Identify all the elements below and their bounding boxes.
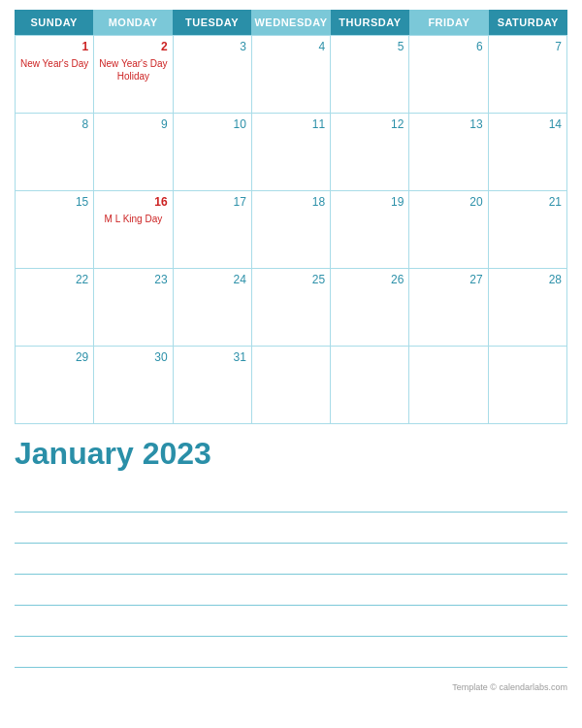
cell-date: 4: [257, 40, 325, 53]
cell-date: 11: [257, 117, 325, 131]
cell-date: 2: [99, 40, 167, 53]
note-line: [15, 610, 567, 637]
cell-date: 5: [336, 40, 404, 53]
calendar-cell-27: 27: [409, 269, 488, 347]
below-calendar: January 2023: [0, 424, 582, 677]
calendar-cell-13: 13: [409, 114, 488, 191]
calendar-cell-12: 12: [331, 114, 409, 191]
cell-event: New Year's Day Holiday: [99, 57, 167, 83]
calendar-cell-8: 8: [16, 114, 94, 191]
note-line: [15, 485, 567, 513]
cell-date: 23: [99, 273, 167, 286]
cell-date: 21: [494, 195, 562, 209]
cell-date: 6: [414, 40, 482, 53]
cell-event: New Year's Day: [20, 57, 88, 70]
calendar-cell-21: 21: [489, 191, 567, 269]
calendar-cell-22: 22: [16, 269, 94, 347]
header-day-saturday: SATURDAY: [489, 10, 567, 35]
cell-date: 8: [20, 117, 88, 131]
header-day-thursday: THURSDAY: [331, 10, 409, 35]
header-day-tuesday: TUESDAY: [173, 10, 251, 35]
calendar-cell-4: 4: [252, 36, 331, 114]
calendar-cell-30: 30: [94, 347, 173, 424]
cell-date: 26: [336, 273, 404, 286]
calendar-cell-11: 11: [252, 114, 331, 191]
calendar-cell-23: 23: [94, 269, 173, 347]
calendar-cell-empty: [489, 347, 567, 424]
calendar-cell-empty: [252, 347, 331, 424]
calendar-cell-1: 1New Year's Day: [16, 36, 94, 114]
calendar-cell-28: 28: [489, 269, 567, 347]
note-lines: [15, 485, 567, 668]
calendar-header: SUNDAYMONDAYTUESDAYWEDNESDAYTHURSDAYFRID…: [15, 10, 567, 35]
cell-date: 16: [99, 195, 167, 209]
cell-date: 19: [336, 195, 404, 209]
note-line: [15, 641, 567, 668]
cell-event: M L King Day: [99, 213, 167, 225]
cell-date: 18: [257, 195, 325, 209]
calendar-cell-26: 26: [331, 269, 409, 347]
calendar-cell-19: 19: [331, 191, 409, 269]
calendar-grid: 1New Year's Day2New Year's Day Holiday34…: [15, 35, 567, 424]
calendar-cell-14: 14: [489, 114, 567, 191]
calendar-cell-7: 7: [489, 36, 567, 114]
calendar-cell-6: 6: [409, 36, 488, 114]
cell-date: 27: [414, 273, 482, 286]
calendar-cell-29: 29: [16, 347, 94, 424]
header-day-friday: FRIDAY: [409, 10, 488, 35]
calendar-cell-5: 5: [331, 36, 409, 114]
calendar-cell-16: 16M L King Day: [94, 191, 173, 269]
calendar-wrapper: SUNDAYMONDAYTUESDAYWEDNESDAYTHURSDAYFRID…: [0, 0, 582, 424]
calendar-cell-15: 15: [16, 191, 94, 269]
calendar-cell-20: 20: [409, 191, 488, 269]
cell-date: 14: [494, 117, 562, 131]
cell-date: 20: [414, 195, 482, 209]
header-day-sunday: SUNDAY: [15, 10, 93, 35]
calendar-cell-3: 3: [174, 36, 252, 114]
header-day-monday: MONDAY: [93, 10, 172, 35]
calendar-cell-2: 2New Year's Day Holiday: [94, 36, 173, 114]
cell-date: 12: [336, 117, 404, 131]
cell-date: 10: [178, 117, 246, 131]
cell-date: 30: [99, 350, 167, 364]
calendar-cell-empty: [409, 347, 488, 424]
cell-date: 13: [414, 117, 482, 131]
cell-date: 17: [178, 195, 246, 209]
note-line: [15, 547, 567, 575]
calendar-cell-24: 24: [174, 269, 252, 347]
calendar-cell-9: 9: [94, 114, 173, 191]
cell-date: 1: [20, 40, 88, 53]
calendar-cell-empty: [331, 347, 409, 424]
calendar-cell-18: 18: [252, 191, 331, 269]
calendar-cell-17: 17: [174, 191, 252, 269]
month-title: January 2023: [15, 436, 567, 472]
cell-date: 7: [494, 40, 562, 53]
cell-date: 25: [257, 273, 325, 286]
calendar-cell-31: 31: [174, 347, 252, 424]
header-day-wednesday: WEDNESDAY: [251, 10, 330, 35]
cell-date: 31: [178, 350, 246, 364]
cell-date: 9: [99, 117, 167, 131]
footer: Template © calendarlabs.com: [0, 677, 582, 696]
cell-date: 29: [20, 350, 88, 364]
note-line: [15, 516, 567, 544]
cell-date: 28: [494, 273, 562, 286]
cell-date: 15: [20, 195, 88, 209]
cell-date: 24: [178, 273, 246, 286]
cell-date: 22: [20, 273, 88, 286]
calendar-cell-25: 25: [252, 269, 331, 347]
calendar-cell-10: 10: [174, 114, 252, 191]
note-line: [15, 579, 567, 606]
cell-date: 3: [178, 40, 246, 53]
